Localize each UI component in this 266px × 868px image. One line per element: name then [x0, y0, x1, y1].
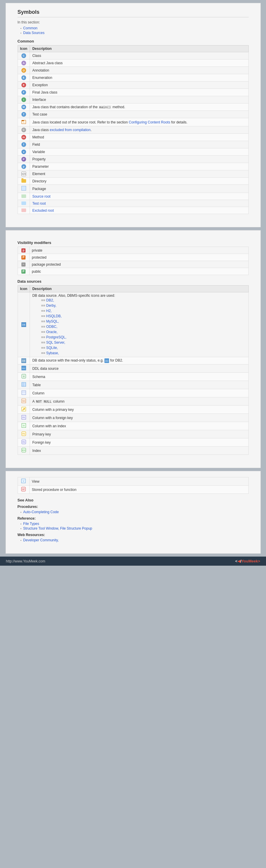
table-row: E Enumeration	[18, 74, 248, 82]
icon-parameter: p	[18, 163, 30, 170]
desc-pk: Primary key	[30, 430, 248, 438]
icon-mainclass: M	[18, 103, 30, 111]
table-row: E Exception	[18, 82, 248, 89]
section-view-seeAlso: V View SP Stored procedure or function S…	[6, 471, 261, 554]
svg-text:DDL: DDL	[22, 367, 26, 369]
desc-variable: Variable	[30, 148, 248, 156]
icon-index: IDX	[18, 446, 30, 455]
enum-icon: E	[22, 75, 26, 80]
table-row: </> Element	[18, 170, 248, 178]
link-content-roots[interactable]: Configuring Content Roots	[129, 120, 170, 124]
desc-enum: Enumeration	[30, 74, 248, 82]
icon-outofroot: !	[18, 118, 30, 126]
web-item[interactable]: Developer Community,	[21, 538, 249, 542]
db-list-item: == MySQL,	[41, 319, 246, 324]
table-row: IDX Index	[18, 446, 248, 455]
desc-mainclass: Java class that contains declaration of …	[30, 103, 248, 111]
svg-text:🔑: 🔑	[22, 408, 25, 410]
fk-column-icon: FK	[22, 415, 26, 420]
web-label: Web Resources:	[18, 533, 249, 537]
element-icon: </>	[22, 172, 26, 176]
desc-property: Property	[30, 156, 248, 163]
notnull-column-icon: NN	[22, 399, 26, 403]
svg-rect-9	[22, 382, 26, 386]
link-source-root[interactable]: Source root	[32, 194, 51, 198]
exception-icon: E	[22, 83, 26, 87]
toc-link-common[interactable]: Common	[23, 26, 37, 30]
table-row: DB DB data source with the read-only sta…	[18, 357, 248, 365]
desc-directory: Directory	[30, 178, 248, 185]
db-list-item: == H2,	[41, 308, 246, 313]
desc-interface: Interface	[30, 96, 248, 103]
icon-directory	[18, 178, 30, 185]
desc-index-column: Column with an index	[30, 422, 248, 430]
desc-protected: protected	[29, 254, 248, 261]
icon-public: P	[18, 268, 29, 275]
icon-method: m	[18, 134, 30, 141]
table-row: ! Java class located out of the source r…	[18, 118, 248, 126]
svg-rect-13	[22, 391, 26, 395]
icon-db-readonly: DB	[18, 357, 30, 365]
protected-icon: P	[22, 255, 26, 259]
icon-package-protected: ~	[18, 261, 29, 268]
link-structure-tool[interactable]: Structure Tool Window, File Structure Po…	[23, 526, 92, 530]
view-icon: V	[21, 478, 26, 483]
field-icon: f	[22, 142, 26, 147]
desc-excluded: Java class excluded from compilation.	[30, 126, 248, 134]
desc-package: Package	[30, 185, 248, 193]
svg-text:!: !	[24, 121, 24, 124]
desc-abstract: Abstract Java class	[30, 60, 248, 67]
section-symbols: Symbols In this section: Common Data Sou…	[6, 3, 261, 227]
common-section-title: Common	[18, 39, 249, 43]
toc-item-datasources[interactable]: Data Sources	[21, 31, 249, 35]
svg-text:⚙: ⚙	[23, 375, 25, 377]
db-list-item: == SQLite,	[41, 345, 246, 350]
primarykey-icon: PK	[22, 431, 26, 436]
table-row: Excluded root	[18, 207, 248, 214]
link-developer-community[interactable]: Developer Community,	[23, 538, 59, 542]
desc-parameter: Parameter	[30, 163, 248, 170]
link-auto-completing[interactable]: Auto-Completing Code	[23, 510, 59, 514]
reference-item-filetypes[interactable]: File Types	[21, 522, 249, 526]
table-row: NN A NOT NULL column	[18, 397, 248, 406]
datasources-table: Icon Description DB DB data source. Also…	[18, 285, 249, 455]
icon-annotation: @	[18, 67, 30, 74]
column-icon	[22, 390, 26, 395]
desc-fk: Foreign key	[30, 438, 248, 446]
table-row: Test root	[18, 200, 248, 207]
table-row: P protected	[18, 254, 248, 261]
icon-fk-column: FK	[18, 414, 30, 422]
private-icon: p	[22, 248, 26, 252]
link-file-types[interactable]: File Types	[23, 522, 39, 526]
reference-item-structuretool[interactable]: Structure Tool Window, File Structure Po…	[21, 526, 249, 530]
icon-source-root	[18, 193, 30, 200]
procedures-label: Procedures:	[18, 505, 249, 509]
db-list-item: == Derby,	[41, 303, 246, 308]
procedure-item[interactable]: Auto-Completing Code	[21, 510, 249, 514]
property-icon: P	[22, 157, 26, 162]
excluded-root-icon	[22, 209, 26, 212]
link-excluded-root[interactable]: Excluded root	[32, 209, 54, 213]
desc-finalclass: Final Java class	[30, 89, 248, 96]
visibility-table: p private P protected ~ package protecte…	[18, 247, 249, 275]
icon-index-column: IX	[18, 422, 30, 430]
svg-text:IX: IX	[23, 425, 25, 427]
footer-bar: http://www.YouMeek.com <◀/YouMeek>	[0, 557, 266, 566]
desc-source-root: Source root	[30, 193, 248, 200]
db-list-item: == Sybase,	[41, 350, 246, 356]
table-row: M Java class that contains declaration o…	[18, 103, 248, 111]
link-test-root[interactable]: Test root	[32, 202, 46, 206]
table-row: C Class	[18, 52, 248, 60]
icon-pk: PK	[18, 430, 30, 438]
db-list-item: == DB2,	[41, 298, 246, 303]
db-list-item: == ODBC,	[41, 324, 246, 329]
table-row: DB DB data source. Also, DBMS-specific i…	[18, 292, 248, 357]
link-excluded[interactable]: excluded from compilation	[50, 128, 91, 132]
toc-item-common[interactable]: Common	[21, 26, 249, 30]
source-root-icon	[22, 194, 26, 198]
svg-text:V: V	[23, 480, 24, 482]
table-row: Package	[18, 185, 248, 193]
section-visibility-datasources: Visibility modifiers p private P protect…	[6, 230, 261, 468]
foreignkey-icon: FK	[22, 440, 26, 444]
toc-link-datasources[interactable]: Data Sources	[23, 31, 45, 35]
